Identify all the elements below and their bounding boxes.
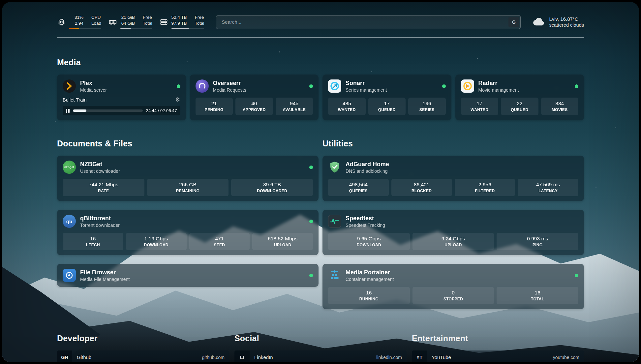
app-name: qBittorrent <box>80 215 305 222</box>
status-dot <box>575 274 578 277</box>
settings-gear-icon[interactable]: ⚙ <box>175 97 180 103</box>
app-subtitle: Usenet downloader <box>80 168 305 174</box>
stat-download: 9.65 Gbps DOWNLOAD <box>328 233 410 250</box>
dashboard-content: 31% 2.94 CPU Load <box>2 2 639 362</box>
app-card-overseerr[interactable]: Overseerr Media Requests 21 PENDING 40 A… <box>190 75 319 120</box>
app-subtitle: Movie management <box>478 87 571 93</box>
pause-icon[interactable] <box>66 109 70 113</box>
disk-free-label: Free <box>195 15 204 20</box>
app-name: Radarr <box>478 80 571 87</box>
disk-total-value: 97.9 TB <box>171 20 187 26</box>
disk-total-label: Total <box>195 20 204 26</box>
status-dot <box>309 274 313 277</box>
radarr-icon <box>461 79 474 93</box>
top-bar: 31% 2.94 CPU Load <box>57 2 584 29</box>
cpu-load-value: 2.94 <box>75 20 83 26</box>
adguard-shield-icon <box>328 161 341 174</box>
header-divider <box>57 37 584 38</box>
filebrowser-icon <box>63 269 76 282</box>
stat-queries: 498,564 QUERIES <box>328 179 389 196</box>
plex-icon <box>63 79 76 93</box>
app-name: Media Portainer <box>346 269 570 276</box>
app-subtitle: Media File Management <box>80 277 305 282</box>
playback-progress-track[interactable] <box>73 109 143 112</box>
sonarr-icon <box>328 79 341 93</box>
app-subtitle: Series management <box>346 87 438 93</box>
stat-available: 945 AVAILABLE <box>276 98 313 115</box>
disk-progress-track <box>171 28 204 29</box>
app-card-qbittorrent[interactable]: qb qBittorrent Torrent downloader 16 <box>57 210 319 255</box>
stat-queued: 17 QUEUED <box>368 98 406 115</box>
stat-stopped: 0 STOPPED <box>412 287 494 304</box>
app-name: AdGuard Home <box>346 161 578 168</box>
section-developer: Developer GH Github github.com SO StackO… <box>57 334 229 362</box>
stat-latency: 47.569 ms LATENCY <box>518 179 578 196</box>
weather-widget: Lviv, 16.87°C scattered clouds <box>533 16 584 28</box>
cpu-load-label: Load <box>91 20 101 26</box>
stat-queued: 22 QUEUED <box>501 98 538 115</box>
memory-total-value: 64 GiB <box>121 20 135 26</box>
overseerr-icon <box>196 79 209 93</box>
memory-progress-fill <box>120 28 131 29</box>
stat-upload: 618.52 Mbps UPLOAD <box>252 233 313 250</box>
snow-specks <box>2 2 3 3</box>
search-input[interactable] <box>216 15 521 29</box>
media-section-title: Media <box>57 58 584 67</box>
memory-total-label: Total <box>143 20 152 26</box>
app-card-nzbget[interactable]: nzbget NZBGet Usenet downloader 744.21 M… <box>57 156 319 201</box>
stat-wanted: 485 WANTED <box>328 98 366 115</box>
social-section-title: Social <box>234 334 407 343</box>
nzbget-icon: nzbget <box>63 161 76 174</box>
cpu-widget: 31% 2.94 CPU Load <box>57 15 101 29</box>
status-dot <box>442 84 446 88</box>
disk-free-value: 52.4 TB <box>171 15 187 20</box>
entertainment-section-title: Entertainment <box>412 334 584 343</box>
memory-progress-track <box>120 28 152 29</box>
documents-section-title: Documents & Files <box>57 139 319 148</box>
utilities-section-title: Utilities <box>322 139 584 148</box>
app-card-filebrowser[interactable]: File Browser Media File Management <box>57 264 319 287</box>
github-icon: GH <box>57 350 72 362</box>
bookmark-linkedin[interactable]: LI LinkedIn linkedin.com <box>234 350 407 362</box>
stat-approved: 40 APPROVED <box>235 98 273 115</box>
playback-progress-fill <box>73 109 86 112</box>
stat-wanted: 17 WANTED <box>461 98 499 115</box>
app-card-sonarr[interactable]: Sonarr Series management 485 WANTED 17 Q… <box>322 75 451 120</box>
stat-blocked: 86,401 BLOCKED <box>391 179 452 196</box>
speedtest-icon <box>328 215 341 228</box>
memory-widget: 21 GiB 64 GiB Free Total <box>108 15 152 29</box>
search-engine-button[interactable]: G <box>508 17 519 27</box>
app-card-adguard[interactable]: AdGuard Home DNS and adblocking 498,564 … <box>322 156 584 201</box>
app-card-radarr[interactable]: Radarr Movie management 17 WANTED 22 QUE… <box>455 75 584 120</box>
section-entertainment: Entertainment YT YouTube youtube.com NF … <box>412 334 584 362</box>
app-card-speedtest[interactable]: Speedtest Speedtest Tracking 9.65 Gbps D… <box>322 210 584 255</box>
playback-time: 24:44 / 02:06:47 <box>146 108 177 113</box>
section-documents: Documents & Files nzbget NZBGet Usenet d… <box>57 139 319 287</box>
app-subtitle: DNS and adblocking <box>346 168 578 174</box>
app-subtitle: Torrent downloader <box>80 223 305 228</box>
app-card-portainer[interactable]: Media Portainer Container management 16 … <box>322 264 584 309</box>
now-playing-title: Bullet Train <box>63 97 87 103</box>
stat-ping: 0.993 ms PING <box>497 233 578 250</box>
bookmark-github[interactable]: GH Github github.com <box>57 350 229 362</box>
linkedin-icon: LI <box>234 350 250 362</box>
stat-total: 16 TOTAL <box>497 287 578 304</box>
memory-free-value: 21 GiB <box>121 15 135 20</box>
stat-seed: 471 SEED <box>189 233 250 250</box>
stat-series: 196 SERIES <box>408 98 446 115</box>
status-dot <box>309 166 313 169</box>
stat-download: 1.19 Gbps DOWNLOAD <box>126 233 187 250</box>
cloud-icon <box>533 16 545 28</box>
bookmark-youtube[interactable]: YT YouTube youtube.com <box>412 350 584 362</box>
portainer-icon <box>328 269 341 282</box>
app-card-plex[interactable]: Plex Media server Bullet Train ⚙ <box>57 75 186 120</box>
stat-filtered: 2,956 FILTERED <box>455 179 515 196</box>
plex-player-bar: 24:44 / 02:06:47 <box>63 106 180 115</box>
memory-icon <box>108 18 117 26</box>
app-subtitle: Media server <box>80 87 172 93</box>
weather-condition: scattered clouds <box>549 22 584 28</box>
youtube-icon: YT <box>412 350 427 362</box>
app-subtitle: Media Requests <box>213 87 305 93</box>
stat-upload: 9.24 Gbps UPLOAD <box>412 233 494 250</box>
app-name: NZBGet <box>80 161 305 168</box>
